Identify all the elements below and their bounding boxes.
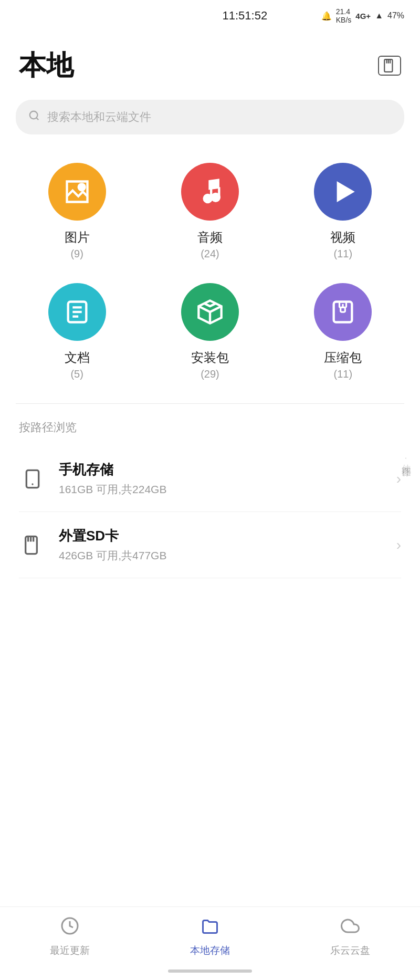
sd-storage-icon [19, 531, 46, 559]
network-icon: 4G+ [355, 12, 371, 20]
category-item-apk[interactable]: 安装包 (29) [143, 273, 276, 393]
svg-line-5 [36, 118, 38, 120]
folder-icon [201, 916, 219, 940]
category-count-docs: (5) [70, 368, 83, 380]
status-time: 11:51:52 [169, 9, 321, 23]
nav-label-recent: 最近更新 [50, 944, 90, 957]
header: 本地 [0, 32, 420, 95]
svg-marker-11 [339, 184, 352, 200]
clock-icon [60, 916, 79, 940]
sd-card-button[interactable] [378, 56, 401, 76]
category-circle-video [314, 163, 372, 221]
category-grid: 图片 (9) 音频 (24) [0, 147, 420, 403]
category-name-images: 图片 [65, 229, 90, 246]
phone-storage-info: 手机存储 161GB 可用,共224GB [59, 461, 391, 497]
page-title: 本地 [19, 47, 74, 84]
battery-icon: 47% [387, 11, 404, 20]
phone-storage-detail: 161GB 可用,共224GB [59, 482, 391, 497]
phone-storage-arrow: › [396, 471, 401, 487]
sdcard-storage-arrow: › [396, 537, 401, 554]
category-count-audio: (24) [201, 248, 219, 260]
category-circle-images [48, 163, 106, 221]
category-circle-audio [181, 163, 239, 221]
phone-storage-icon [19, 465, 46, 493]
category-name-zip: 压缩包 [324, 349, 362, 366]
sdcard-storage-name: 外置SD卡 [59, 527, 391, 545]
alarm-icon: 🔔 [321, 11, 332, 21]
category-count-zip: (11) [334, 368, 353, 380]
search-placeholder: 搜索本地和云端文件 [47, 109, 151, 125]
category-count-video: (11) [334, 248, 353, 260]
category-circle-docs [48, 283, 106, 341]
storage-item-phone[interactable]: 手机存储 161GB 可用,共224GB › [19, 446, 401, 512]
signal-text: 21.4KB/s [336, 7, 352, 24]
svg-line-18 [210, 306, 222, 312]
storage-item-sdcard[interactable]: 外置SD卡 426GB 可用,共477GB › [19, 512, 401, 578]
svg-point-4 [30, 111, 38, 119]
status-bar: 11:51:52 🔔 21.4KB/s 4G+ ▲ 47% [0, 0, 420, 32]
cloud-icon [341, 916, 360, 940]
category-name-apk: 安装包 [191, 349, 229, 366]
bottom-nav: 最近更新 本地存储 乐云云盘 [0, 906, 420, 980]
sdcard-storage-detail: 426GB 可用,共477GB [59, 548, 391, 563]
svg-rect-22 [341, 307, 345, 312]
category-name-video: 视频 [330, 229, 355, 246]
status-icons: 🔔 21.4KB/s 4G+ ▲ 47% [321, 7, 404, 24]
signal-bars-icon: ▲ [375, 11, 383, 20]
sdcard-storage-info: 外置SD卡 426GB 可用,共477GB [59, 527, 391, 563]
watermark: 佳·任图存 [400, 457, 413, 460]
category-name-audio: 音频 [197, 229, 223, 246]
svg-line-19 [198, 306, 210, 312]
nav-item-recent[interactable]: 最近更新 [33, 916, 107, 957]
category-item-video[interactable]: 视频 (11) [277, 152, 410, 273]
main-content: 本地 搜索本地和云端文件 [0, 32, 420, 980]
browse-section-title: 按路径浏览 [19, 420, 401, 435]
svg-point-6 [79, 184, 85, 190]
category-count-apk: (29) [201, 368, 219, 380]
category-count-images: (9) [70, 248, 83, 260]
category-item-images[interactable]: 图片 (9) [10, 152, 143, 273]
browse-section: 按路径浏览 手机存储 161GB 可用,共224GB › [0, 404, 420, 578]
bottom-indicator [168, 969, 252, 973]
nav-item-cloud[interactable]: 乐云云盘 [313, 916, 387, 957]
search-icon [28, 110, 40, 124]
category-name-docs: 文档 [65, 349, 90, 366]
category-item-docs[interactable]: 文档 (5) [10, 273, 143, 393]
category-circle-zip [314, 283, 372, 341]
category-item-zip[interactable]: 压缩包 (11) [277, 273, 410, 393]
search-bar[interactable]: 搜索本地和云端文件 [16, 100, 404, 134]
nav-label-cloud: 乐云云盘 [330, 944, 370, 957]
nav-item-local[interactable]: 本地存储 [173, 916, 247, 957]
svg-rect-24 [26, 470, 38, 487]
nav-label-local: 本地存储 [190, 944, 230, 957]
category-circle-apk [181, 283, 239, 341]
phone-storage-name: 手机存储 [59, 461, 391, 479]
category-item-audio[interactable]: 音频 (24) [143, 152, 276, 273]
